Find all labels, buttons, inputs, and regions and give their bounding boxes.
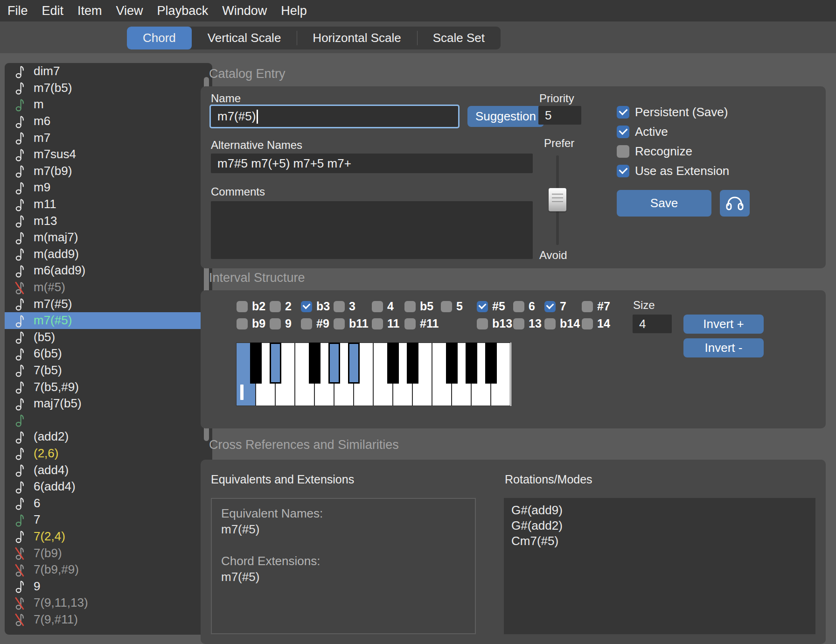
invert-plus-button[interactable]: Invert + — [683, 315, 764, 334]
rotations-box[interactable]: G#(add9)G#(add2)Cm7(#5) — [504, 498, 815, 634]
chord-item-7(2,4)[interactable]: 7(2,4) — [5, 528, 212, 545]
checkbox-recognize[interactable] — [617, 145, 629, 158]
size-input[interactable]: 4 — [633, 315, 672, 333]
black-key-18[interactable] — [446, 343, 458, 384]
interval-checkbox-b2[interactable] — [237, 301, 248, 312]
save-button[interactable]: Save — [617, 190, 711, 217]
chord-item-dim7[interactable]: dim7 — [5, 63, 212, 80]
interval-checkbox-4[interactable] — [372, 301, 383, 312]
checkbox-label: Use as Extension — [635, 164, 729, 178]
interval-checkbox-b11[interactable] — [334, 318, 345, 329]
interval-checkbox-s7[interactable] — [582, 301, 593, 312]
chord-item-7(9,#11)[interactable]: 7(9,#11) — [5, 611, 212, 628]
interval-11: 11 — [372, 317, 399, 330]
chord-item-m7(b9)[interactable]: m7(b9) — [5, 163, 212, 180]
black-key-6[interactable] — [309, 343, 320, 384]
interval-checkbox-6[interactable] — [513, 301, 524, 312]
checkbox-persistent-save-[interactable] — [617, 106, 629, 119]
chord-item-(add4)[interactable]: (add4) — [5, 462, 212, 478]
chord-item-6(add4)[interactable]: 6(add4) — [5, 478, 212, 495]
interval-checkbox-14[interactable] — [582, 318, 593, 329]
name-input[interactable]: m7(#5) — [211, 106, 458, 127]
chord-item-m6[interactable]: m6 — [5, 113, 212, 130]
chord-item-m[interactable]: m — [5, 96, 212, 113]
audition-button[interactable] — [720, 190, 750, 217]
chord-item-m6(add9)[interactable]: m6(add9) — [5, 262, 212, 279]
chord-item-m7(b5)[interactable]: m7(b5) — [5, 80, 212, 97]
chord-item-7(b5,#9)[interactable]: 7(b5,#9) — [5, 378, 212, 395]
chord-item-7(9,11,13)[interactable]: 7(9,11,13) — [5, 595, 212, 611]
invert-minus-button[interactable]: Invert - — [683, 338, 764, 357]
interval-checkbox-11[interactable] — [372, 318, 383, 329]
tab-vertical-scale[interactable]: Vertical Scale — [192, 27, 297, 49]
interval-checkbox-13[interactable] — [513, 318, 524, 329]
interval-checkbox-b9[interactable] — [237, 318, 248, 329]
chord-item[interactable] — [5, 412, 212, 428]
priority-input[interactable]: 5 — [538, 106, 581, 125]
menu-view[interactable]: View — [116, 4, 143, 18]
chord-item-(2,6)[interactable]: (2,6) — [5, 445, 212, 462]
note-icon — [15, 114, 26, 128]
tab-scale-set[interactable]: Scale Set — [417, 27, 501, 49]
chord-item-(b5)[interactable]: (b5) — [5, 329, 212, 346]
interval-checkbox-b13[interactable] — [477, 318, 488, 329]
black-key-8[interactable] — [328, 343, 340, 384]
chord-item-6(b5)[interactable]: 6(b5) — [5, 345, 212, 362]
interval-checkbox-b14[interactable] — [544, 318, 556, 329]
interval-checkbox-b3[interactable] — [301, 301, 312, 312]
menu-item[interactable]: Item — [77, 4, 102, 18]
menu-file[interactable]: File — [7, 4, 28, 18]
black-key-22[interactable] — [485, 343, 497, 384]
interval-checkbox-3[interactable] — [334, 301, 345, 312]
checkbox-use-as-extension[interactable] — [617, 165, 629, 177]
black-key-15[interactable] — [407, 343, 418, 384]
menu-help[interactable]: Help — [281, 4, 307, 18]
interval-checkbox-s11[interactable] — [404, 318, 416, 329]
checkbox-active[interactable] — [617, 126, 629, 138]
chord-item-m7(#5)[interactable]: m7(#5) — [5, 295, 212, 312]
interval-checkbox-5[interactable] — [441, 301, 452, 312]
interval-5: 5 — [441, 300, 463, 313]
comments-input[interactable] — [211, 201, 533, 259]
rotation-item[interactable]: G#(add9) — [511, 503, 808, 518]
chord-item-7(b9,#9)[interactable]: 7(b9,#9) — [5, 561, 212, 578]
alternative-names-input[interactable]: m7#5 m7(+5) m7+5 m7+ — [211, 154, 533, 173]
interval-checkbox-s5[interactable] — [477, 301, 488, 312]
chord-item-m7[interactable]: m7 — [5, 129, 212, 146]
menu-edit[interactable]: Edit — [42, 4, 64, 18]
rotation-item[interactable]: G#(add2) — [511, 518, 808, 533]
chord-item-m11[interactable]: m11 — [5, 196, 212, 213]
black-key-3[interactable] — [270, 343, 281, 384]
chord-item-m7sus4[interactable]: m7sus4 — [5, 146, 212, 163]
tab-chord[interactable]: Chord — [127, 27, 192, 49]
chord-item-m9[interactable]: m9 — [5, 179, 212, 196]
menu-playback[interactable]: Playback — [157, 4, 209, 18]
tab-horizontal-scale[interactable]: Horizontal Scale — [297, 27, 417, 49]
black-key-13[interactable] — [387, 343, 399, 384]
chord-item-7(b5)[interactable]: 7(b5) — [5, 362, 212, 379]
prefer-avoid-slider-handle[interactable] — [549, 188, 566, 211]
interval-checkbox-9[interactable] — [270, 318, 281, 329]
suggestion-button[interactable]: Suggestion — [467, 106, 544, 127]
interval-checkbox-b5[interactable] — [404, 301, 416, 312]
interval-checkbox-2[interactable] — [270, 301, 281, 312]
interval-checkbox-7[interactable] — [544, 301, 556, 312]
chord-item-7(b9)[interactable]: 7(b9) — [5, 545, 212, 561]
menu-window[interactable]: Window — [222, 4, 267, 18]
black-key-10[interactable] — [348, 343, 360, 384]
black-key-1[interactable] — [250, 343, 262, 384]
chord-item-m7(#5)[interactable]: m7(#5) — [5, 312, 212, 329]
chord-item-7[interactable]: 7 — [5, 511, 212, 528]
chord-item-6[interactable]: 6 — [5, 495, 212, 511]
chord-item-m(maj7)[interactable]: m(maj7) — [5, 229, 212, 246]
chord-item-(add2)[interactable]: (add2) — [5, 428, 212, 445]
chord-item-label: 6(add4) — [34, 479, 76, 494]
rotation-item[interactable]: Cm7(#5) — [511, 533, 808, 549]
black-key-20[interactable] — [466, 343, 477, 384]
chord-item-m13[interactable]: m13 — [5, 212, 212, 229]
chord-item-m(add9)[interactable]: m(add9) — [5, 246, 212, 263]
chord-item-maj7(b5)[interactable]: maj7(b5) — [5, 395, 212, 412]
chord-item-9[interactable]: 9 — [5, 578, 212, 595]
interval-checkbox-s9[interactable] — [301, 318, 312, 329]
chord-item-m(#5)[interactable]: m(#5) — [5, 279, 212, 296]
